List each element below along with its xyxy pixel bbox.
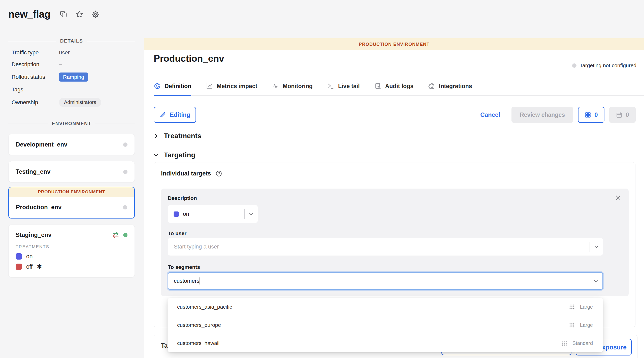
env-card-production[interactable]: PRODUCTION ENVIRONMENT Production_env <box>8 187 135 219</box>
detail-value: – <box>59 61 62 68</box>
tab-metrics-impact[interactable]: Metrics impact <box>206 83 257 95</box>
environment-divider: ENVIRONMENT <box>8 121 135 126</box>
cancel-button[interactable]: Cancel <box>480 111 500 118</box>
env-name: Production_env <box>16 204 61 211</box>
grid-icon <box>585 112 591 118</box>
detail-row-ownership: Ownership Administrators <box>12 98 133 107</box>
to-segments-value: customers <box>168 278 199 284</box>
segment-dotted-grid-icon <box>561 339 568 347</box>
definition-icon <box>154 83 161 90</box>
segment-option-asia-pacific[interactable]: customers_asia_pacific Large <box>168 298 603 316</box>
editing-label: Editing <box>170 111 190 118</box>
schedules-count-button[interactable]: 0 <box>609 107 636 123</box>
individual-target-rule: Description on To user To segments custo… <box>161 189 629 296</box>
tab-label: Definition <box>165 83 191 90</box>
segment-option-hawaii[interactable]: customers_hawaii Standard <box>168 334 603 352</box>
detail-label: Ownership <box>12 99 59 106</box>
detail-label: Traffic type <box>12 49 59 56</box>
treatment-select-value: on <box>183 211 244 217</box>
segment-size: Large <box>580 304 593 310</box>
targeting-rules-heading-partial: Ta <box>161 342 168 349</box>
treatment-name: on <box>26 253 33 260</box>
status-dot <box>123 205 127 209</box>
to-segments-input[interactable]: customers <box>168 272 603 290</box>
toolbar-right: Cancel Review changes 0 0 <box>480 107 636 123</box>
chevron-down-icon[interactable] <box>245 211 258 217</box>
treatment-name: off <box>26 263 33 270</box>
detail-row-traffic-type: Traffic type user <box>12 49 133 56</box>
detail-value: – <box>59 86 62 93</box>
detail-row-rollout-status: Rollout status Ramping <box>12 73 133 82</box>
treatment-on-swatch <box>16 253 22 260</box>
chevron-down-icon[interactable] <box>590 244 603 249</box>
treatment-select[interactable]: on <box>168 205 258 223</box>
treatment-off-swatch <box>16 264 22 270</box>
individual-targets-heading: Individual targets <box>161 170 211 177</box>
default-treatment-icon: ✱ <box>37 263 42 270</box>
pencil-icon <box>159 112 166 118</box>
chevron-down-icon[interactable] <box>589 278 602 284</box>
editing-button[interactable]: Editing <box>154 107 196 123</box>
copy-icon[interactable] <box>59 10 68 19</box>
flag-header: new_flag <box>8 9 100 20</box>
treatments-section-title: Treatments <box>164 132 201 140</box>
env-name: Testing_env <box>16 168 50 175</box>
tab-monitoring[interactable]: Monitoring <box>272 83 313 95</box>
env-card-testing[interactable]: Testing_env <box>8 161 135 182</box>
detail-row-description: Description – <box>12 61 133 68</box>
treatment-on-row: on <box>16 253 127 260</box>
env-card-staging[interactable]: Staging_env TREATMENTS on off ✱ <box>8 225 135 277</box>
metrics-chart-icon <box>206 83 213 90</box>
targeting-section-title: Targeting <box>164 151 195 159</box>
help-icon[interactable] <box>215 170 222 177</box>
targeting-status-text: Targeting not configured <box>580 62 636 68</box>
segment-name: customers_hawaii <box>177 340 219 346</box>
changes-count-button[interactable]: 0 <box>578 107 604 123</box>
tab-live-tail[interactable]: Live tail <box>327 83 360 95</box>
tab-label: Integrations <box>439 83 472 90</box>
terminal-icon <box>327 83 334 90</box>
production-env-banner: PRODUCTION ENVIRONMENT <box>9 187 134 197</box>
gear-icon[interactable] <box>91 10 100 19</box>
treatments-section-toggle[interactable]: Treatments <box>153 132 201 140</box>
tab-label: Live tail <box>338 83 360 90</box>
treatment-off-row: off ✱ <box>16 263 127 270</box>
tab-audit-logs[interactable]: Audit logs <box>374 83 413 95</box>
targeting-section-toggle[interactable]: Targeting <box>153 151 195 159</box>
env-card-development[interactable]: Development_env <box>8 134 135 155</box>
monitoring-pulse-icon <box>272 83 279 90</box>
segment-grid-icon <box>568 321 576 329</box>
segment-name: customers_europe <box>177 322 221 328</box>
tab-bar: Definition Metrics impact Monitoring <box>154 83 644 96</box>
to-user-input[interactable] <box>168 243 590 250</box>
segment-name: customers_asia_pacific <box>177 304 232 310</box>
segment-grid-icon <box>568 303 576 311</box>
env-name: Development_env <box>16 141 67 148</box>
status-dot <box>123 170 127 174</box>
tab-label: Monitoring <box>283 83 313 90</box>
segment-option-europe[interactable]: customers_europe Large <box>168 316 603 334</box>
schedules-count: 0 <box>626 111 629 118</box>
tab-label: Audit logs <box>385 83 413 90</box>
star-icon[interactable] <box>75 10 84 19</box>
detail-label: Tags <box>12 86 59 93</box>
puzzle-icon <box>428 83 435 90</box>
detail-label: Description <box>12 61 59 68</box>
treatments-heading: TREATMENTS <box>16 244 127 249</box>
details-divider: DETAILS <box>8 38 135 44</box>
tab-integrations[interactable]: Integrations <box>428 83 472 95</box>
rollout-status-badge: Ramping <box>59 73 88 82</box>
close-icon[interactable] <box>615 195 621 201</box>
tab-label: Metrics impact <box>217 83 257 90</box>
review-changes-button[interactable]: Review changes <box>511 107 573 123</box>
page-title: Production_env <box>154 53 224 64</box>
segments-dropdown: customers_asia_pacific Large customers_e… <box>168 298 603 352</box>
tab-definition[interactable]: Definition <box>154 83 191 95</box>
text-cursor <box>200 277 200 284</box>
env-name: Staging_env <box>16 231 52 238</box>
details-rows: Traffic type user Description – Rollout … <box>12 49 133 107</box>
ownership-pill[interactable]: Administrators <box>59 98 101 107</box>
targeting-status-dot <box>572 63 576 68</box>
calendar-icon <box>616 112 623 118</box>
to-segments-label: To segments <box>168 264 200 270</box>
